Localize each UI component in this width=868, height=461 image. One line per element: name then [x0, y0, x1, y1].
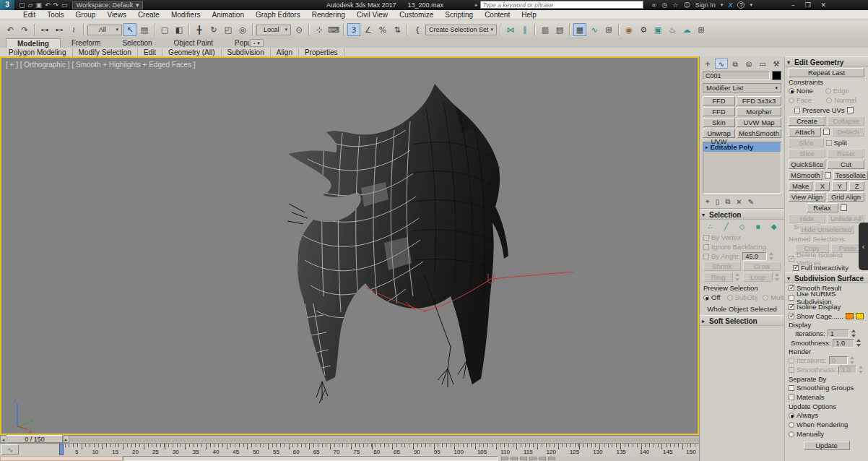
shrink-button[interactable]: Shrink: [703, 262, 741, 271]
ribbon-subtab[interactable]: Subdivision: [222, 48, 271, 56]
constraint-edge-radio[interactable]: [825, 88, 831, 94]
render-setup-button[interactable]: ⚙▾: [637, 23, 650, 36]
msmooth-button[interactable]: MSmooth: [789, 171, 823, 180]
menu-item[interactable]: Group: [70, 11, 102, 19]
modifier-preset-button[interactable]: FFD 3x3x3: [737, 96, 781, 105]
update-button[interactable]: Update: [804, 441, 850, 450]
materials-checkbox[interactable]: [789, 395, 794, 400]
by-vertex-checkbox[interactable]: [703, 235, 709, 241]
slice-button[interactable]: Slice: [789, 149, 825, 158]
render-smoothness-spinner[interactable]: [859, 366, 864, 374]
slice-plane-button[interactable]: Slice Plane: [789, 138, 824, 147]
render-cloud-button[interactable]: ☁▾: [680, 23, 693, 36]
object-color-swatch[interactable]: [772, 71, 781, 80]
curve-editor-button[interactable]: ∿▾: [588, 23, 601, 36]
cage-selected-color-swatch[interactable]: [856, 313, 864, 319]
ribbon-tab[interactable]: Populate: [224, 38, 274, 48]
mirror-button[interactable]: ⋈▾: [504, 23, 517, 36]
use-nurms-checkbox[interactable]: [789, 295, 794, 301]
menu-item[interactable]: Create: [132, 11, 165, 19]
update-always-radio[interactable]: [789, 413, 794, 418]
vertex-mode-button[interactable]: ∴: [705, 222, 716, 231]
menu-item[interactable]: Tools: [41, 11, 69, 19]
smoothing-groups-checkbox[interactable]: [789, 385, 794, 391]
expand-arrow-icon[interactable]: ▸: [706, 145, 708, 150]
ring-button[interactable]: Ring: [703, 272, 733, 282]
ribbon-toggle-button[interactable]: ▦▾: [573, 23, 586, 36]
object-name-field[interactable]: C001: [703, 72, 770, 80]
edge-mode-button[interactable]: ╱: [721, 222, 732, 231]
time-slider-thumb[interactable]: 0 / 150: [6, 435, 63, 443]
redo-small-icon[interactable]: ↷: [53, 1, 59, 9]
maxscript-mini-listener[interactable]: [0, 456, 123, 461]
cut-button[interactable]: Cut: [828, 160, 864, 169]
viewport-label[interactable]: [ + ] [ Orthographic ] [ Smooth + Highli…: [6, 61, 196, 69]
named-selection-sets-dropdown[interactable]: Create Selection Set▾: [425, 25, 497, 35]
track-bar-thumb[interactable]: [59, 444, 64, 455]
3dsmax-logo-icon[interactable]: 3: [0, 0, 14, 10]
constraint-face-radio[interactable]: [789, 98, 794, 103]
search-input[interactable]: [480, 1, 643, 9]
menu-item[interactable]: Edit: [17, 11, 41, 19]
menu-item[interactable]: Civil View: [351, 11, 394, 19]
exchange-store-icon[interactable]: X: [728, 1, 732, 9]
help-icon[interactable]: ?: [737, 1, 745, 9]
preserve-uvs-checkbox[interactable]: [794, 108, 800, 113]
workspace-dropdown[interactable]: Workspace: Default▾: [72, 1, 144, 9]
unhide-all-button[interactable]: Unhide All: [828, 214, 864, 223]
stack-item-editable-poly[interactable]: ▸ Editable Poly: [703, 142, 781, 152]
ribbon-subtab[interactable]: Geometry (All): [162, 48, 221, 56]
display-smoothness-field[interactable]: 1.0: [833, 339, 854, 348]
tab-display[interactable]: ▭: [756, 59, 769, 69]
edit-geometry-header[interactable]: Edit Geometry: [785, 56, 868, 67]
ribbon-tab[interactable]: Selection: [111, 38, 162, 48]
modifier-preset-button[interactable]: Unwrap UVW: [703, 129, 735, 138]
tessellate-button[interactable]: Tessellate: [833, 171, 868, 180]
reference-coordinate-system-dropdown[interactable]: Local▾: [256, 25, 291, 35]
use-pivot-point-center-button[interactable]: ⊙▾: [292, 23, 305, 36]
menu-item[interactable]: Customize: [394, 11, 439, 19]
select-by-name-button[interactable]: ▤▾: [138, 23, 151, 36]
time-slider-track[interactable]: [69, 435, 699, 443]
remove-modifier-button[interactable]: ✕: [736, 198, 742, 206]
prev-frame-button[interactable]: ◂: [0, 435, 6, 443]
select-and-rotate-button[interactable]: ↻▾: [207, 23, 220, 36]
display-iterations-spinner[interactable]: [851, 329, 857, 337]
select-and-scale-button[interactable]: ◰▾: [222, 23, 235, 36]
tab-modify[interactable]: ∿: [715, 59, 728, 69]
close-button[interactable]: ✕: [820, 1, 826, 9]
angle-spinner[interactable]: [769, 252, 775, 260]
panel-expand-button[interactable]: ‹: [859, 223, 868, 270]
menu-item[interactable]: Help: [516, 11, 542, 19]
update-when-rendering-radio[interactable]: [789, 422, 794, 428]
preserve-uvs-settings-icon[interactable]: [847, 107, 854, 113]
select-object-button[interactable]: ↖▾: [123, 23, 136, 36]
menu-item[interactable]: Rendering: [306, 11, 351, 19]
select-and-manipulate-button[interactable]: ⊹▾: [313, 23, 326, 36]
tab-motion[interactable]: ◎: [742, 59, 755, 69]
planar-z-button[interactable]: Z: [849, 181, 864, 191]
subdivision-surface-header[interactable]: Subdivision Surface: [785, 272, 868, 283]
new-scene-icon[interactable]: ▢: [19, 1, 25, 9]
ribbon-minimize-button[interactable]: ▪▾: [250, 39, 264, 47]
constraint-normal-radio[interactable]: [826, 98, 832, 103]
planar-x-button[interactable]: X: [815, 181, 830, 191]
hide-unselected-button[interactable]: Hide Unselected: [799, 225, 854, 234]
align-button[interactable]: ∥▾: [518, 23, 531, 36]
loop-spinner[interactable]: [775, 273, 781, 281]
create-button[interactable]: Create: [789, 116, 825, 126]
planar-y-button[interactable]: Y: [832, 181, 847, 191]
mini-curve-editor-button[interactable]: ∿: [1, 444, 19, 454]
reset-plane-button[interactable]: Reset Plane: [828, 149, 864, 158]
ribbon-subtab[interactable]: Modify Selection: [73, 48, 138, 56]
grid-align-button[interactable]: Grid Align: [828, 192, 864, 202]
communication-center-icon[interactable]: ◷: [662, 1, 668, 9]
percent-snap-button[interactable]: %▾: [376, 23, 389, 36]
viewport-canvas[interactable]: z y x: [1, 58, 698, 434]
update-manually-radio[interactable]: [789, 431, 794, 437]
ring-spinner[interactable]: [735, 273, 741, 281]
display-iterations-field[interactable]: 1: [828, 329, 849, 338]
rendered-frame-button[interactable]: ▣▾: [651, 23, 664, 36]
viewport[interactable]: [ + ] [ Orthographic ] [ Smooth + Highli…: [0, 56, 699, 435]
collapse-button[interactable]: Collapse: [828, 116, 864, 126]
